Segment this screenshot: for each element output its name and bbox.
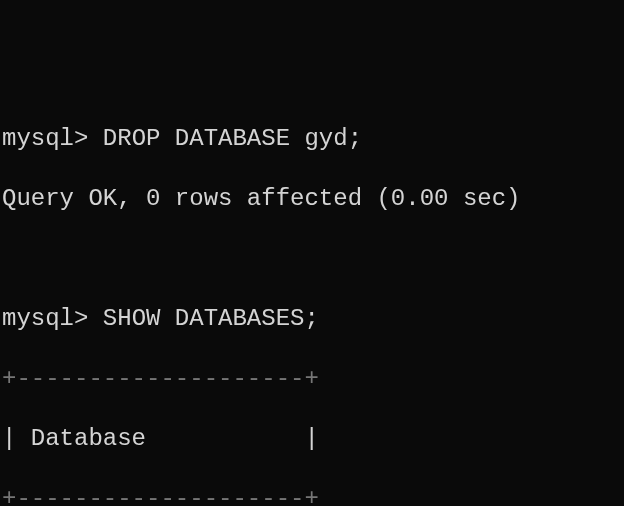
blank-line: [2, 244, 622, 274]
cmd-line-1: mysql> DROP DATABASE gyd;: [2, 124, 622, 154]
table-border-mid: +--------------------+: [2, 484, 622, 506]
table-border-top: +--------------------+: [2, 364, 622, 394]
prompt: mysql>: [2, 305, 88, 332]
result-line-1: Query OK, 0 rows affected (0.00 sec): [2, 184, 622, 214]
prompt: mysql>: [2, 125, 88, 152]
table-header: | Database |: [2, 424, 622, 454]
cmd-line-2: mysql> SHOW DATABASES;: [2, 304, 622, 334]
command-text: DROP DATABASE gyd;: [103, 125, 362, 152]
command-text: SHOW DATABASES;: [103, 305, 319, 332]
